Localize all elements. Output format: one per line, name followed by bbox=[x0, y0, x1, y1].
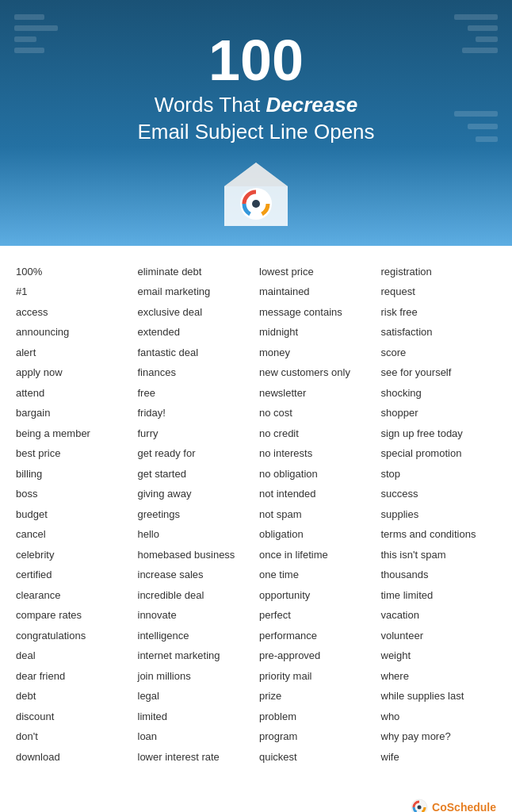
word-item: perfect bbox=[259, 605, 375, 626]
word-item: intelligence bbox=[138, 626, 254, 646]
word-item: free bbox=[138, 383, 254, 404]
word-item: attend bbox=[16, 383, 132, 404]
word-item: who bbox=[381, 707, 497, 727]
word-item: innovate bbox=[138, 605, 254, 626]
word-item: congratulations bbox=[16, 626, 132, 646]
coschedule-logo-icon bbox=[411, 799, 428, 812]
word-item: no interests bbox=[259, 443, 375, 464]
word-item: download bbox=[16, 747, 132, 768]
word-item: performance bbox=[259, 626, 375, 646]
word-item: discount bbox=[16, 707, 132, 727]
word-item: newsletter bbox=[259, 383, 375, 404]
word-item: join millions bbox=[138, 666, 254, 687]
word-item: quickest bbox=[259, 747, 375, 768]
word-item: special promotion bbox=[381, 443, 497, 464]
word-item: midnight bbox=[259, 322, 375, 343]
word-item: celebrity bbox=[16, 545, 132, 565]
word-item: terms and conditions bbox=[381, 524, 497, 545]
house-icon bbox=[220, 159, 292, 230]
word-item: priority mail bbox=[259, 666, 375, 687]
word-item: program bbox=[259, 726, 375, 747]
word-item: satisfaction bbox=[381, 322, 497, 343]
word-item: while supplies last bbox=[381, 686, 497, 707]
word-item: announcing bbox=[16, 322, 132, 343]
word-item: vacation bbox=[381, 605, 497, 626]
word-item: hello bbox=[138, 524, 254, 545]
word-item: no credit bbox=[259, 423, 375, 444]
word-item: opportunity bbox=[259, 585, 375, 606]
word-item: loan bbox=[138, 726, 254, 747]
word-item: access bbox=[16, 302, 132, 323]
word-item: deal bbox=[16, 645, 132, 666]
word-item: lower interest rate bbox=[138, 747, 254, 768]
word-item: shopper bbox=[381, 403, 497, 423]
word-item: finances bbox=[138, 362, 254, 383]
word-item: success bbox=[381, 484, 497, 504]
word-item: fantastic deal bbox=[138, 343, 254, 363]
words-grid: 100%eliminate debtlowest priceregistrati… bbox=[16, 262, 496, 768]
word-item: obligation bbox=[259, 524, 375, 545]
word-item: pre-approved bbox=[259, 645, 375, 666]
word-item: incredible deal bbox=[138, 585, 254, 606]
word-item: legal bbox=[138, 686, 254, 707]
word-item: furry bbox=[138, 423, 254, 444]
word-item: not spam bbox=[259, 504, 375, 525]
word-item: apply now bbox=[16, 362, 132, 383]
word-item: why pay more? bbox=[381, 726, 497, 747]
word-item: money bbox=[259, 343, 375, 363]
word-item: supplies bbox=[381, 504, 497, 525]
word-item: greetings bbox=[138, 504, 254, 525]
word-item: billing bbox=[16, 464, 132, 485]
word-item: 100% bbox=[16, 262, 132, 282]
header-section: 100 Words That Decrease Email Subject Li… bbox=[0, 0, 512, 246]
word-item: where bbox=[381, 666, 497, 687]
word-item: certified bbox=[16, 565, 132, 585]
word-item: cancel bbox=[16, 524, 132, 545]
svg-marker-1 bbox=[224, 163, 288, 186]
word-item: best price bbox=[16, 443, 132, 464]
word-item: thousands bbox=[381, 565, 497, 585]
word-item: weight bbox=[381, 645, 497, 666]
word-item: see for yourself bbox=[381, 362, 497, 383]
word-item: get ready for bbox=[138, 443, 254, 464]
footer: CoSchedule bbox=[0, 791, 512, 812]
word-item: being a member bbox=[16, 423, 132, 444]
word-item: giving away bbox=[138, 484, 254, 504]
word-item: alert bbox=[16, 343, 132, 363]
word-item: not intended bbox=[259, 484, 375, 504]
svg-point-3 bbox=[252, 200, 260, 208]
word-item: exclusive deal bbox=[138, 302, 254, 323]
house-icon-wrap bbox=[16, 159, 496, 246]
word-item: registration bbox=[381, 262, 497, 282]
word-item: shocking bbox=[381, 383, 497, 404]
word-item: no obligation bbox=[259, 464, 375, 485]
word-item: dear friend bbox=[16, 666, 132, 687]
word-item: get started bbox=[138, 464, 254, 485]
word-item: lowest price bbox=[259, 262, 375, 282]
word-item: #1 bbox=[16, 282, 132, 302]
word-item: sign up free today bbox=[381, 423, 497, 444]
subtitle-line2: Email Subject Line Opens bbox=[137, 120, 374, 144]
header-subtitle: Words That Decrease Email Subject Line O… bbox=[16, 92, 496, 146]
word-item: score bbox=[381, 343, 497, 363]
words-section: 100%eliminate debtlowest priceregistrati… bbox=[0, 246, 512, 791]
word-item: once in lifetime bbox=[259, 545, 375, 565]
word-item: debt bbox=[16, 686, 132, 707]
word-item: request bbox=[381, 282, 497, 302]
word-item: new customers only bbox=[259, 362, 375, 383]
word-item: volunteer bbox=[381, 626, 497, 646]
word-item: budget bbox=[16, 504, 132, 525]
word-item: extended bbox=[138, 322, 254, 343]
word-item: this isn't spam bbox=[381, 545, 497, 565]
word-item: message contains bbox=[259, 302, 375, 323]
subtitle-line1: Words That Decrease bbox=[155, 93, 357, 117]
word-item: prize bbox=[259, 686, 375, 707]
word-item: no cost bbox=[259, 403, 375, 423]
word-item: don't bbox=[16, 726, 132, 747]
word-item: bargain bbox=[16, 403, 132, 423]
word-item: internet marketing bbox=[138, 645, 254, 666]
word-item: increase sales bbox=[138, 565, 254, 585]
word-item: problem bbox=[259, 707, 375, 727]
word-item: eliminate debt bbox=[138, 262, 254, 282]
header-number: 100 bbox=[16, 32, 496, 89]
